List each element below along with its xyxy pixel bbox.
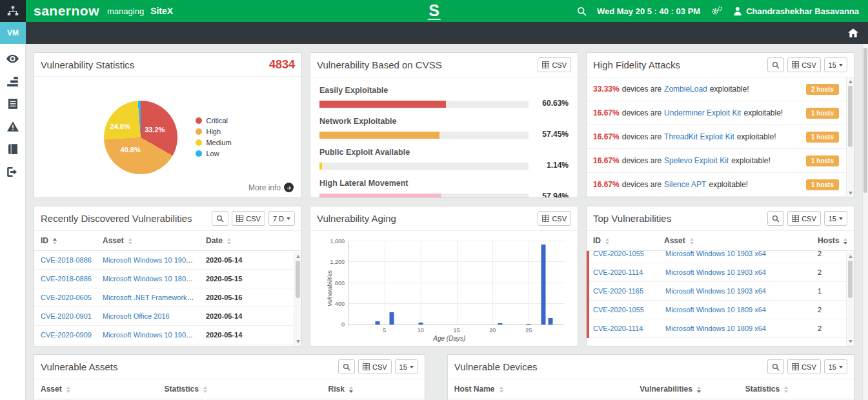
column-header-asset[interactable]: Asset — [34, 379, 159, 399]
cve-link[interactable]: CVE-2020-0901 — [41, 312, 92, 320]
page-size-select[interactable]: 15 — [824, 57, 847, 72]
csv-export-button[interactable]: CSV — [538, 57, 571, 72]
scroll-down-arrow[interactable] — [849, 340, 853, 343]
asset-link[interactable]: Microsoft Windows 10 1903 x64 — [665, 251, 766, 257]
cvss-bar-chart[interactable]: Easily Exploitable 60.63% Network Exploi… — [310, 77, 578, 197]
scroll-up-arrow[interactable] — [849, 80, 853, 83]
page-size-select[interactable]: 15 — [824, 359, 847, 374]
scroll-down-arrow[interactable] — [296, 340, 300, 343]
csv-export-button[interactable]: CSV — [787, 211, 821, 226]
scrollbar-thumb[interactable] — [848, 86, 853, 147]
site-selector[interactable]: SiteX — [150, 6, 173, 16]
scroll-up-arrow[interactable] — [849, 255, 853, 258]
tab-vm[interactable]: VM — [0, 22, 26, 44]
spreadsheet-icon — [792, 363, 799, 370]
legend-item-medium[interactable]: Medium — [196, 139, 231, 146]
asset-link[interactable]: Microsoft Windows 10 1903 x64 — [665, 287, 766, 295]
legend-label: High — [206, 128, 221, 135]
cve-link[interactable]: CVE-2018-0886 — [41, 256, 92, 264]
attack-link[interactable]: Spelevo Exploit Kit — [664, 156, 729, 165]
sidebar-item-alerts[interactable] — [6, 121, 20, 132]
aging-bar-chart[interactable]: 04008001,2001,600510152025 — [348, 241, 565, 325]
cve-link[interactable]: CVE-2020-0605 — [41, 294, 92, 301]
sort-icon — [66, 386, 70, 393]
item-text: devices are — [622, 132, 661, 141]
y-tick-label: 400 — [335, 301, 345, 307]
sort-icon — [784, 386, 788, 393]
more-info-label: More info — [248, 183, 281, 192]
csv-export-button[interactable]: CSV — [538, 211, 571, 226]
legend-item-critical[interactable]: Critical — [196, 117, 231, 125]
attack-link[interactable]: ZombieLoad — [664, 85, 707, 94]
asset-link[interactable]: Microsoft Windows 10 1903 x... — [103, 256, 201, 264]
search-button[interactable] — [338, 359, 355, 374]
column-header-statistics[interactable]: Statistics — [740, 379, 854, 399]
asset-link[interactable]: Microsoft Windows 10 1809 x64 — [665, 325, 766, 332]
cve-link[interactable]: CVE-2018-0886 — [41, 275, 92, 283]
column-header-hostname[interactable]: Host Name — [448, 379, 634, 399]
more-info-link[interactable]: More info ➔ — [248, 183, 294, 192]
csv-export-button[interactable]: CSV — [787, 359, 821, 374]
total-vulnerabilities-count[interactable]: 4834 — [269, 58, 295, 72]
column-header-id[interactable]: ID — [34, 231, 97, 251]
column-header-date[interactable]: Date — [201, 231, 301, 251]
cve-link[interactable]: CVE-2020-1114 — [593, 325, 643, 332]
page-size-select[interactable]: 15 — [395, 359, 418, 374]
cve-link[interactable]: CVE-2020-1055 — [593, 306, 644, 314]
sidebar-item-assets[interactable] — [6, 75, 20, 87]
sidebar-item-logout[interactable] — [6, 166, 20, 177]
scroll-up-arrow[interactable] — [296, 255, 300, 258]
cve-link[interactable]: CVE-2020-1165 — [593, 287, 643, 295]
column-header-statistics[interactable]: Statistics — [159, 379, 323, 399]
sitemap-menu-button[interactable] — [0, 0, 26, 22]
scrollbar-thumb[interactable] — [848, 261, 853, 298]
column-header-asset[interactable]: Asset — [659, 231, 812, 251]
column-header-asset[interactable]: Asset — [97, 231, 201, 251]
legend-item-low[interactable]: Low — [196, 150, 231, 157]
cve-link[interactable]: CVE-2020-1114 — [593, 268, 643, 276]
csv-export-button[interactable]: CSV — [232, 211, 265, 226]
search-button[interactable] — [577, 6, 587, 16]
sort-icon — [128, 238, 132, 245]
attack-link[interactable]: Silence APT — [664, 180, 706, 189]
csv-export-button[interactable]: CSV — [358, 359, 392, 374]
date-range-select[interactable]: 7 D — [268, 211, 295, 226]
scroll-down-arrow[interactable] — [849, 192, 853, 195]
asset-link[interactable]: Microsoft .NET Framework 4.8 — [103, 294, 199, 301]
search-button[interactable] — [212, 211, 228, 226]
page-size-value: 15 — [399, 363, 407, 371]
asset-link[interactable]: Microsoft Windows 10 1809 x64 — [665, 306, 766, 314]
column-header-risk[interactable]: Risk — [323, 379, 425, 399]
cve-link[interactable]: CVE-2020-0909 — [41, 331, 92, 339]
attack-link[interactable]: ThreadKit Exploit Kit — [664, 132, 734, 141]
sidebar-item-visibility[interactable] — [6, 53, 20, 65]
column-header-hosts[interactable]: Hosts — [812, 231, 854, 251]
column-header-id[interactable]: ID — [587, 231, 659, 251]
severity-pie-chart[interactable]: 33.2% 40.8% 24.8% — [104, 101, 177, 174]
sidebar-item-docs[interactable] — [6, 143, 20, 155]
asset-link[interactable]: Microsoft Office 2016 — [103, 312, 170, 320]
csv-export-button[interactable]: CSV — [787, 57, 821, 72]
page-size-select[interactable]: 15 — [824, 211, 847, 226]
legend-item-high[interactable]: High — [196, 128, 231, 135]
cvss-category-label: Easily Exploitable — [319, 86, 569, 95]
table-header: Asset Statistics Risk — [34, 379, 425, 399]
home-button[interactable] — [848, 28, 868, 37]
table-header: Host Name Vulnerabilities Statistics — [448, 379, 854, 399]
settings-button[interactable] — [711, 6, 723, 16]
card-scrollbar — [846, 252, 854, 346]
search-button[interactable] — [767, 57, 784, 72]
asset-link[interactable]: Microsoft Windows 10 1809 x... — [103, 275, 201, 283]
search-button[interactable] — [767, 359, 784, 374]
search-button[interactable] — [767, 211, 784, 226]
scrollbar-thumb[interactable] — [296, 261, 300, 298]
scrollbar-thumb[interactable] — [863, 48, 867, 193]
column-header-vulnerabilities[interactable]: Vulnerabilities — [634, 379, 740, 399]
sidebar-item-reports[interactable] — [6, 98, 20, 110]
user-menu[interactable]: Chandrashekhar Basavanna — [733, 6, 859, 16]
attack-link[interactable]: Underminer Exploit Kit — [664, 108, 741, 117]
cve-link[interactable]: CVE-2020-1055 — [593, 251, 644, 257]
pie-slice-label: 24.8% — [110, 123, 130, 130]
asset-link[interactable]: Microsoft Windows 10 1903 x64 — [665, 268, 766, 276]
asset-link[interactable]: Microsoft Windows 10 1903 x... — [103, 331, 201, 339]
